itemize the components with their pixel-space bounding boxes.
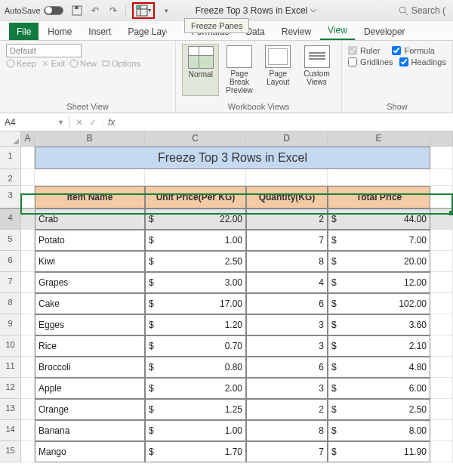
row-header[interactable]: 11	[0, 357, 21, 378]
col-header-a[interactable]: A	[21, 131, 35, 147]
cell[interactable]	[430, 335, 453, 357]
cell-item[interactable]: Potato	[35, 230, 145, 251]
redo-icon[interactable]: ↷	[107, 5, 119, 17]
cell-price[interactable]: $17.00	[145, 293, 246, 314]
cell-total[interactable]: $2.10	[328, 335, 430, 357]
row-header[interactable]: 4	[0, 209, 21, 230]
tab-file[interactable]: File	[9, 23, 39, 40]
keep-button[interactable]: Keep	[6, 59, 36, 68]
page-layout-button[interactable]: Page Layout	[260, 44, 297, 96]
cell-qty[interactable]: 7	[246, 230, 328, 251]
col-header-d[interactable]: D	[246, 131, 328, 147]
row-header[interactable]: 7	[0, 272, 21, 293]
sheet-view-selector[interactable]: Default	[6, 44, 82, 57]
exit-button[interactable]: Exit	[41, 59, 65, 68]
col-header-b[interactable]: B	[35, 131, 145, 147]
cell-price[interactable]: $1.00	[145, 230, 246, 251]
cell-qty[interactable]: 8	[246, 251, 328, 272]
tab-view[interactable]: View	[320, 21, 355, 40]
new-button[interactable]: New	[69, 59, 97, 68]
toggle-icon[interactable]	[44, 6, 63, 15]
cell[interactable]	[430, 147, 453, 169]
select-all-corner[interactable]	[0, 131, 21, 147]
cell[interactable]	[430, 293, 453, 314]
cell-qty[interactable]: 7	[246, 441, 328, 462]
cell-price[interactable]: $0.80	[145, 357, 246, 378]
cell-total[interactable]: $44.00	[328, 209, 430, 230]
cell-total[interactable]: $3.60	[328, 314, 430, 335]
cell-qty[interactable]: 6	[246, 357, 328, 378]
cell[interactable]	[21, 441, 35, 462]
cell[interactable]	[21, 209, 35, 230]
cell-item[interactable]: Apple	[35, 378, 145, 399]
cell-item[interactable]: Rice	[35, 335, 145, 357]
cell-price[interactable]: $1.20	[145, 314, 246, 335]
row-header[interactable]: 13	[0, 399, 21, 420]
row-header[interactable]: 2	[0, 169, 21, 186]
row-header[interactable]: 14	[0, 420, 21, 441]
cell[interactable]	[430, 209, 453, 230]
tab-page-layout[interactable]: Page Layout	[120, 23, 167, 40]
cell[interactable]	[430, 272, 453, 293]
cell[interactable]	[21, 378, 35, 399]
cell-total[interactable]: $11.90	[328, 441, 430, 462]
cell-qty[interactable]: 3	[246, 335, 328, 357]
row-header[interactable]: 8	[0, 293, 21, 314]
cell-price[interactable]: $1.70	[145, 441, 246, 462]
row-header[interactable]: 5	[0, 230, 21, 251]
cell-qty[interactable]: 6	[246, 293, 328, 314]
cell[interactable]	[21, 293, 35, 314]
cell-price[interactable]: $1.25	[145, 399, 246, 420]
cell-qty[interactable]: 3	[246, 314, 328, 335]
header-unit-price[interactable]: Unit Price(Per KG)	[145, 186, 246, 209]
cell-item[interactable]: Egges	[35, 314, 145, 335]
cancel-formula-icon[interactable]: ✕	[76, 117, 83, 128]
cell-total[interactable]: $4.80	[328, 357, 430, 378]
search-box[interactable]: Search (	[398, 5, 445, 16]
cell-item[interactable]: Crab	[35, 209, 145, 230]
headings-checkbox[interactable]	[399, 57, 408, 66]
cell[interactable]	[21, 399, 35, 420]
row-header[interactable]: 3	[0, 186, 21, 209]
col-header-e[interactable]: E	[328, 131, 430, 147]
cell[interactable]	[430, 314, 453, 335]
cell[interactable]	[21, 251, 35, 272]
cell-total[interactable]: $12.00	[328, 272, 430, 293]
cell-qty[interactable]: 2	[246, 399, 328, 420]
cell-total[interactable]: $20.00	[328, 251, 430, 272]
cell[interactable]	[430, 441, 453, 462]
col-header-c[interactable]: C	[145, 131, 246, 147]
cell-total[interactable]: $2.50	[328, 399, 430, 420]
header-quantity[interactable]: Quantity(KG)	[246, 186, 328, 209]
autosave-toggle[interactable]: AutoSave	[5, 6, 63, 15]
cell-item[interactable]: Cake	[35, 293, 145, 314]
row-header[interactable]: 9	[0, 314, 21, 335]
formula-bar-checkbox[interactable]	[392, 46, 401, 55]
cell-price[interactable]: $1.00	[145, 420, 246, 441]
cell[interactable]	[21, 335, 35, 357]
custom-views-button[interactable]: Custom Views	[298, 44, 335, 96]
options-button[interactable]: Options	[101, 59, 140, 68]
header-item-name[interactable]: Item Name	[35, 186, 145, 209]
header-total-price[interactable]: Total Price	[328, 186, 430, 209]
cell[interactable]	[21, 314, 35, 335]
cell-qty[interactable]: 3	[246, 378, 328, 399]
freeze-panes-qat-button[interactable]: ▾	[132, 2, 155, 19]
col-header-f[interactable]	[430, 131, 453, 147]
page-break-preview-button[interactable]: Page Break Preview	[220, 44, 257, 96]
cell-total[interactable]: $8.00	[328, 420, 430, 441]
cell-qty[interactable]: 4	[246, 272, 328, 293]
cell-price[interactable]: $2.00	[145, 378, 246, 399]
enter-formula-icon[interactable]: ✓	[89, 117, 97, 128]
cell-item[interactable]: Broccoli	[35, 357, 145, 378]
cell-total[interactable]: $6.00	[328, 378, 430, 399]
cell[interactable]	[21, 230, 35, 251]
fx-icon[interactable]: fx	[103, 117, 115, 128]
cell[interactable]	[430, 378, 453, 399]
cell[interactable]	[21, 147, 35, 169]
undo-icon[interactable]: ↶	[89, 5, 101, 17]
cell-price[interactable]: $0.70	[145, 335, 246, 357]
cell[interactable]	[430, 420, 453, 441]
cell[interactable]	[21, 420, 35, 441]
workbook-title[interactable]: Freeze Top 3 Rows in Excel	[196, 5, 319, 16]
